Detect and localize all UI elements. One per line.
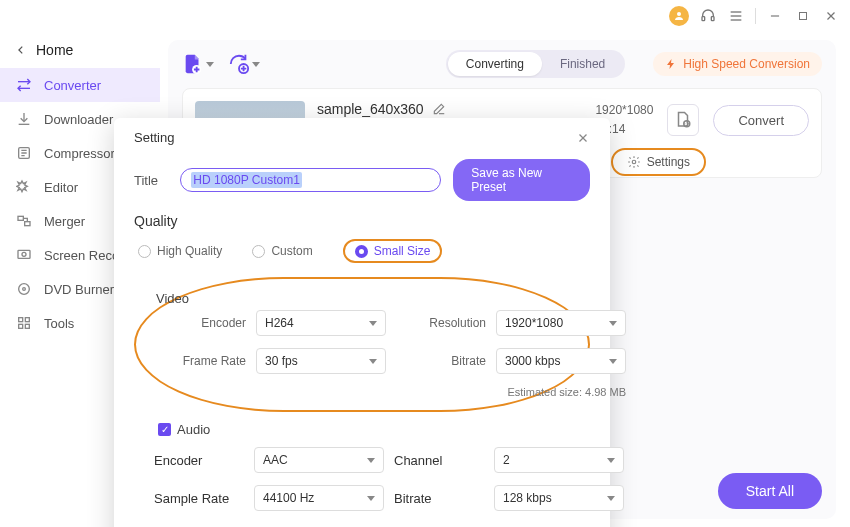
- svg-rect-7: [800, 13, 807, 20]
- tools-icon: [16, 315, 32, 331]
- chevron-down-icon: [369, 321, 377, 326]
- tab-converting[interactable]: Converting: [448, 52, 542, 76]
- sidebar-item-label: DVD Burner: [44, 282, 114, 297]
- toolbar: Converting Finished High Speed Conversio…: [182, 50, 822, 78]
- edit-icon[interactable]: [432, 102, 446, 116]
- sidebar-item-converter[interactable]: Converter: [0, 68, 160, 102]
- svg-rect-12: [25, 222, 30, 226]
- svg-point-14: [22, 252, 26, 256]
- headset-icon[interactable]: [699, 7, 717, 25]
- settings-button[interactable]: Settings: [611, 148, 706, 176]
- chevron-down-icon: [367, 458, 375, 463]
- add-url-button[interactable]: [228, 53, 260, 75]
- breadcrumb[interactable]: Home: [0, 38, 160, 68]
- sidebar-item-label: Merger: [44, 214, 85, 229]
- audio-bitrate-label: Bitrate: [394, 491, 484, 506]
- svg-rect-1: [702, 17, 705, 21]
- sidebar-item-label: Compressor: [44, 146, 115, 161]
- compressor-icon: [16, 145, 32, 161]
- file-name: sample_640x360: [317, 101, 424, 117]
- chevron-left-icon: [16, 43, 26, 57]
- svg-point-16: [23, 288, 26, 291]
- tabs: Converting Finished: [446, 50, 625, 78]
- audio-checkbox[interactable]: ✓: [158, 423, 171, 436]
- gear-icon: [627, 155, 641, 169]
- editor-icon: [16, 179, 32, 195]
- audio-bitrate-select[interactable]: 128 kbps: [494, 485, 624, 511]
- audio-channel-label: Channel: [394, 453, 484, 468]
- avatar[interactable]: [669, 6, 689, 26]
- svg-rect-11: [18, 216, 23, 220]
- chevron-down-icon: [607, 496, 615, 501]
- video-encoder-label: Encoder: [156, 316, 246, 330]
- sidebar-item-label: Downloader: [44, 112, 113, 127]
- tab-finished[interactable]: Finished: [542, 52, 623, 76]
- titlebar: [0, 0, 850, 32]
- chevron-down-icon: [206, 62, 214, 67]
- video-heading: Video: [156, 291, 568, 306]
- video-resolution-label: Resolution: [396, 316, 486, 330]
- convert-button[interactable]: Convert: [713, 105, 809, 136]
- chevron-down-icon: [607, 458, 615, 463]
- svg-rect-18: [25, 318, 29, 322]
- video-framerate-select[interactable]: 30 fps: [256, 348, 386, 374]
- estimated-size: Estimated size: 4.98 MB: [396, 386, 626, 398]
- close-icon: [576, 131, 590, 145]
- sidebar-item-label: Editor: [44, 180, 78, 195]
- quality-options: High Quality Custom Small Size: [134, 239, 590, 263]
- svg-rect-19: [19, 324, 23, 328]
- video-group: Video Encoder H264 Resolution 1920*1080 …: [134, 277, 590, 412]
- separator: [755, 8, 756, 24]
- quality-custom[interactable]: Custom: [252, 244, 312, 258]
- breadcrumb-label: Home: [36, 42, 73, 58]
- video-resolution-select[interactable]: 1920*1080: [496, 310, 626, 336]
- svg-rect-13: [18, 250, 30, 258]
- download-icon: [16, 111, 32, 127]
- sidebar-item-label: Converter: [44, 78, 101, 93]
- title-label: Title: [134, 173, 180, 188]
- video-bitrate-label: Bitrate: [396, 354, 486, 368]
- quality-small[interactable]: Small Size: [355, 244, 431, 258]
- chevron-down-icon: [609, 359, 617, 364]
- merger-icon: [16, 213, 32, 229]
- svg-rect-17: [19, 318, 23, 322]
- quality-heading: Quality: [134, 213, 590, 229]
- svg-rect-2: [711, 17, 714, 21]
- refresh-add-icon: [228, 53, 250, 75]
- audio-channel-select[interactable]: 2: [494, 447, 624, 473]
- title-input[interactable]: HD 1080P Custom1: [180, 168, 441, 192]
- close-button[interactable]: [576, 131, 590, 145]
- minimize-icon[interactable]: [766, 7, 784, 25]
- add-file-button[interactable]: [182, 53, 214, 75]
- dvd-icon: [16, 281, 32, 297]
- chevron-down-icon: [367, 496, 375, 501]
- start-all-button[interactable]: Start All: [718, 473, 822, 509]
- close-icon[interactable]: [822, 7, 840, 25]
- audio-encoder-label: Encoder: [154, 453, 244, 468]
- quality-high[interactable]: High Quality: [138, 244, 222, 258]
- audio-samplerate-select[interactable]: 44100 Hz: [254, 485, 384, 511]
- audio-samplerate-label: Sample Rate: [154, 491, 244, 506]
- settings-modal: Setting Title HD 1080P Custom1 Save as N…: [114, 118, 610, 527]
- high-speed-badge[interactable]: High Speed Conversion: [653, 52, 822, 76]
- svg-point-0: [677, 12, 681, 16]
- audio-group: Encoder AAC Channel 2 Sample Rate 44100 …: [134, 447, 590, 511]
- maximize-icon[interactable]: [794, 7, 812, 25]
- video-encoder-select[interactable]: H264: [256, 310, 386, 336]
- video-bitrate-select[interactable]: 3000 kbps: [496, 348, 626, 374]
- file-gear-icon: [674, 111, 692, 129]
- file-add-icon: [182, 53, 204, 75]
- recorder-icon: [16, 247, 32, 263]
- svg-point-24: [632, 160, 636, 164]
- audio-encoder-select[interactable]: AAC: [254, 447, 384, 473]
- svg-point-15: [19, 284, 30, 295]
- save-preset-button[interactable]: Save as New Preset: [453, 159, 590, 201]
- svg-rect-20: [25, 324, 29, 328]
- chevron-down-icon: [252, 62, 260, 67]
- modal-title: Setting: [134, 130, 174, 145]
- sidebar-item-label: Tools: [44, 316, 74, 331]
- audio-heading: ✓ Audio: [158, 422, 590, 437]
- menu-icon[interactable]: [727, 7, 745, 25]
- output-settings-button[interactable]: [667, 104, 699, 136]
- chevron-down-icon: [369, 359, 377, 364]
